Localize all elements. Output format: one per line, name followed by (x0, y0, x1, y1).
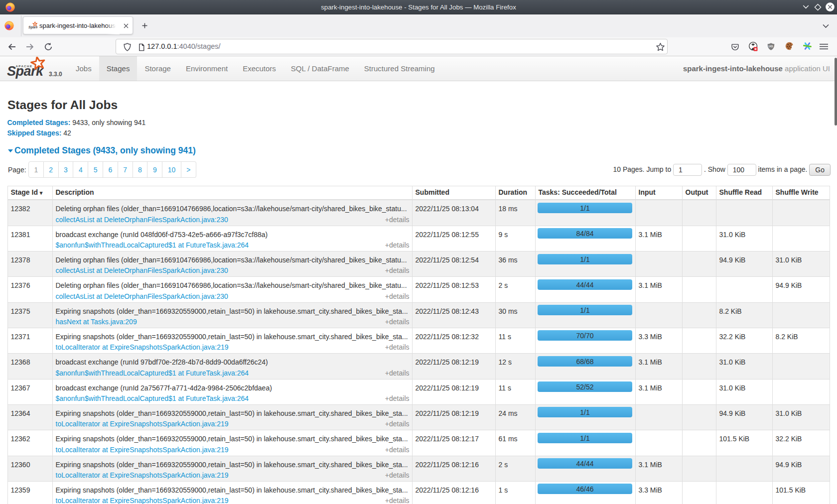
svg-text:APACHE: APACHE (16, 65, 33, 68)
svg-text:Spark: Spark (28, 25, 37, 29)
svg-text:UO: UO (769, 45, 773, 48)
